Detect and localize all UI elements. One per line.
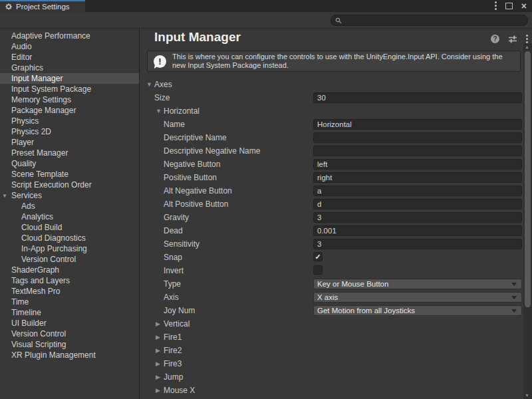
dropdown-value: X axis: [317, 293, 338, 301]
sidebar-item-tags-and-layers[interactable]: Tags and Layers: [0, 275, 139, 286]
sidebar-item-label: Adaptive Performance: [11, 31, 90, 41]
sidebar-item-label: Memory Settings: [11, 95, 71, 104]
presets-icon[interactable]: [508, 35, 517, 43]
text-field-alt-positive-button[interactable]: d: [313, 199, 522, 209]
vertical-scrollbar[interactable]: ▲ ▼: [523, 43, 532, 399]
search-input[interactable]: [344, 17, 523, 25]
scroll-down-icon[interactable]: ▼: [525, 393, 529, 398]
sidebar-item-input-manager[interactable]: Input Manager: [0, 73, 139, 84]
sidebar-item-shadergraph[interactable]: ShaderGraph: [0, 265, 139, 275]
help-icon[interactable]: ?: [491, 35, 499, 43]
sidebar-item-label: Cloud Diagnostics: [21, 233, 86, 243]
foldout-open-icon[interactable]: ▼: [2, 193, 7, 199]
sidebar-item-scene-template[interactable]: Scene Template: [0, 169, 139, 180]
scroll-up-icon[interactable]: ▲: [525, 45, 529, 49]
foldout-closed-icon[interactable]: ▶: [156, 387, 160, 394]
text-field-negative-button[interactable]: left: [313, 159, 522, 170]
sidebar-item-physics[interactable]: Physics: [0, 116, 139, 126]
field-label: Fire1: [164, 332, 182, 342]
text-field-positive-button[interactable]: right: [313, 172, 522, 183]
search-box[interactable]: [331, 15, 528, 26]
sidebar-item-time[interactable]: Time: [0, 297, 139, 307]
field-label: Joy Num: [164, 306, 195, 315]
sidebar-item-editor[interactable]: Editor: [0, 52, 139, 63]
text-field-alt-negative-button[interactable]: a: [313, 186, 522, 196]
tab-project-settings[interactable]: Project Settings: [0, 0, 85, 12]
sidebar-item-physics-2d[interactable]: Physics 2D: [0, 126, 139, 137]
text-field-size[interactable]: 30: [313, 92, 522, 103]
sidebar-item-label: Cloud Build: [21, 223, 62, 232]
field-label: Descriptive Negative Name: [164, 146, 260, 156]
page-title: Input Manager: [154, 30, 241, 45]
text-field-descriptive-name[interactable]: [313, 132, 522, 143]
dropdown-axis[interactable]: X axis: [313, 292, 522, 303]
sidebar-item-label: Quality: [11, 159, 36, 168]
foldout-closed-icon[interactable]: ▶: [156, 360, 160, 367]
sidebar-item-label: Ads: [21, 201, 35, 211]
sidebar-item-services[interactable]: ▼Services: [0, 190, 139, 201]
sidebar-item-label: Player: [11, 138, 34, 147]
text-field-descriptive-negative-name[interactable]: [313, 146, 522, 156]
sidebar-item-label: TextMesh Pro: [11, 287, 60, 296]
sidebar-item-script-execution-order[interactable]: Script Execution Order: [0, 180, 139, 190]
sidebar-item-ui-builder[interactable]: UI Builder: [0, 318, 139, 329]
search-icon: [335, 17, 342, 24]
text-field-name[interactable]: Horizontal: [313, 119, 522, 130]
sidebar-item-timeline[interactable]: Timeline: [0, 307, 139, 318]
sidebar-item-ads[interactable]: Ads: [0, 201, 139, 211]
settings-category-list: Adaptive PerformanceAudioEditorGraphicsI…: [0, 29, 140, 399]
sidebar-item-label: UI Builder: [11, 319, 47, 328]
sidebar-item-textmesh-pro[interactable]: TextMesh Pro: [0, 286, 139, 297]
sidebar-item-label: Tags and Layers: [11, 276, 70, 285]
info-icon: !: [154, 55, 166, 68]
foldout-closed-icon[interactable]: ▶: [156, 334, 160, 340]
sidebar-item-player[interactable]: Player: [0, 137, 139, 148]
panel-menu-icon[interactable]: [526, 35, 528, 43]
sidebar-item-visual-scripting[interactable]: Visual Scripting: [0, 339, 139, 350]
sidebar-item-package-manager[interactable]: Package Manager: [0, 105, 139, 116]
settings-row-descriptive-name: Descriptive Name: [140, 131, 523, 144]
checkbox-snap[interactable]: ✓: [313, 252, 323, 261]
sidebar-item-quality[interactable]: Quality: [0, 158, 139, 169]
field-label: Alt Negative Button: [164, 186, 232, 196]
window-controls: ×: [495, 0, 527, 11]
sidebar-item-cloud-diagnostics[interactable]: Cloud Diagnostics: [0, 233, 139, 243]
text-field-sensitivity[interactable]: 3: [313, 239, 522, 249]
scrollbar-thumb[interactable]: [525, 51, 531, 307]
axes-settings-list: ▼AxesSize30▼HorizontalNameHorizontalDesc…: [140, 78, 523, 397]
sidebar-item-version-control[interactable]: Version Control: [0, 254, 139, 265]
chevron-down-icon: [511, 283, 517, 286]
sidebar-item-version-control[interactable]: Version Control: [0, 329, 139, 339]
settings-row-size: Size30: [140, 91, 523, 104]
text-field-dead[interactable]: 0.001: [313, 225, 522, 236]
dropdown-joy-num[interactable]: Get Motion from all Joysticks: [313, 305, 522, 316]
settings-toolbar: [0, 12, 532, 29]
text-field-gravity[interactable]: 3: [313, 212, 522, 223]
foldout-closed-icon[interactable]: ▶: [156, 321, 160, 327]
field-label: Name: [164, 120, 185, 129]
field-label: Invert: [164, 266, 184, 275]
foldout-open-icon[interactable]: ▼: [146, 81, 152, 88]
sidebar-item-graphics[interactable]: Graphics: [0, 63, 139, 73]
sidebar-item-cloud-build[interactable]: Cloud Build: [0, 222, 139, 233]
sidebar-item-analytics[interactable]: Analytics: [0, 211, 139, 222]
close-icon[interactable]: ×: [521, 1, 527, 11]
sidebar-item-adaptive-performance[interactable]: Adaptive Performance: [0, 31, 139, 41]
checkbox-invert[interactable]: [313, 265, 323, 275]
sidebar-item-xr-plugin-management[interactable]: XR Plugin Management: [0, 350, 139, 360]
sidebar-item-label: Preset Manager: [11, 148, 68, 158]
foldout-closed-icon[interactable]: ▶: [156, 374, 160, 380]
foldout-closed-icon[interactable]: ▶: [156, 347, 160, 354]
maximize-icon[interactable]: [505, 3, 513, 9]
field-label: Horizontal: [164, 106, 200, 116]
sidebar-item-memory-settings[interactable]: Memory Settings: [0, 94, 139, 105]
foldout-open-icon[interactable]: ▼: [156, 108, 162, 114]
settings-row-axis: AxisX axis: [140, 291, 523, 304]
dropdown-type[interactable]: Key or Mouse Button: [313, 279, 522, 289]
sidebar-item-audio[interactable]: Audio: [0, 41, 139, 52]
sidebar-item-preset-manager[interactable]: Preset Manager: [0, 148, 139, 158]
sidebar-item-input-system-package[interactable]: Input System Package: [0, 84, 139, 94]
sidebar-item-label: ShaderGraph: [11, 265, 59, 275]
window-menu-icon[interactable]: [495, 1, 497, 10]
sidebar-item-in-app-purchasing[interactable]: In-App Purchasing: [0, 243, 139, 254]
